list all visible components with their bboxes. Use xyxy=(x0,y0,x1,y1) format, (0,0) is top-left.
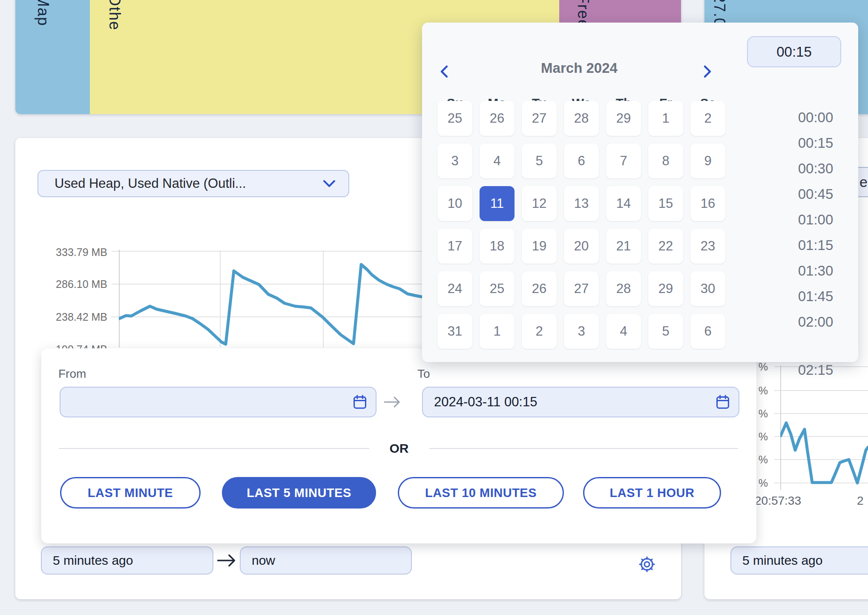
day-cell-26[interactable]: 26 xyxy=(480,101,514,136)
day-cell-28[interactable]: 28 xyxy=(564,101,599,136)
day-cell-22[interactable]: 22 xyxy=(648,229,683,264)
day-cell-12[interactable]: 12 xyxy=(522,186,557,221)
day-cell-25[interactable]: 25 xyxy=(437,101,472,136)
day-cell-30[interactable]: 30 xyxy=(690,271,725,306)
from-label: From xyxy=(58,367,86,381)
day-cell-29[interactable]: 29 xyxy=(606,101,641,136)
gridline xyxy=(774,390,868,391)
time-option-00:00[interactable]: 00:00 xyxy=(769,109,862,126)
cpu-usage-line xyxy=(780,405,868,488)
metric-select-dropdown[interactable]: Used Heap, Used Native (Outli... xyxy=(37,170,349,197)
day-cell-17[interactable]: 17 xyxy=(437,229,472,264)
day-cell-25[interactable]: 25 xyxy=(480,271,514,306)
day-cell-31[interactable]: 31 xyxy=(437,314,472,349)
bar-segment-mapped[interactable] xyxy=(15,0,90,114)
day-cell-15[interactable]: 15 xyxy=(648,186,683,221)
day-cell-21[interactable]: 21 xyxy=(606,229,641,264)
chevron-left-icon[interactable] xyxy=(438,64,450,79)
cpu-chart-x-tick: 20:57:33 xyxy=(755,494,801,508)
cpu-chart-x-tick-partial: 2 xyxy=(857,494,864,508)
bar-segment-label: Othe xyxy=(106,0,124,31)
to-label: To xyxy=(417,367,430,381)
memory-y-tick: 238.42 MB xyxy=(39,311,107,323)
time-option-00:15[interactable]: 00:15 xyxy=(769,135,862,151)
from-date-value[interactable] xyxy=(72,395,365,409)
arrow-right-icon xyxy=(382,394,401,410)
day-cell-6[interactable]: 6 xyxy=(690,314,725,349)
day-cell-5[interactable]: 5 xyxy=(522,144,557,178)
memory-usage-line xyxy=(119,239,422,348)
day-cell-6[interactable]: 6 xyxy=(564,144,599,178)
day-cell-4[interactable]: 4 xyxy=(606,314,641,349)
day-cell-26[interactable]: 26 xyxy=(522,271,557,306)
day-cell-8[interactable]: 8 xyxy=(648,144,683,178)
metric-select-label: Used Heap, Used Native (Outli... xyxy=(55,176,323,191)
time-option-02:00[interactable]: 02:00 xyxy=(769,314,862,330)
day-cell-4[interactable]: 4 xyxy=(480,144,514,178)
day-cell-3[interactable]: 3 xyxy=(564,314,599,349)
day-cell-2[interactable]: 2 xyxy=(690,101,725,136)
day-cell-23[interactable]: 23 xyxy=(690,229,725,264)
last-5-minutes-button[interactable]: LAST 5 MINUTES xyxy=(222,477,376,509)
time-input[interactable] xyxy=(747,36,841,67)
day-cell-16[interactable]: 16 xyxy=(690,186,725,221)
day-cell-7[interactable]: 7 xyxy=(606,144,641,178)
quick-from-value: 5 minutes ago xyxy=(53,553,133,568)
time-option-clipped-wrap: 02:15 xyxy=(743,362,868,379)
day-cell-13[interactable]: 13 xyxy=(564,186,599,221)
month-title: March 2024 xyxy=(494,60,664,76)
time-option-01:00[interactable]: 01:00 xyxy=(769,212,862,228)
divider xyxy=(429,448,738,449)
time-option-00:45[interactable]: 00:45 xyxy=(769,186,862,202)
last-1-hour-button[interactable]: LAST 1 HOUR xyxy=(583,477,721,509)
right-quick-from-value: 5 minutes ago xyxy=(742,553,822,568)
day-cell-9[interactable]: 9 xyxy=(690,144,725,178)
quick-from-input[interactable]: 5 minutes ago xyxy=(41,546,213,575)
to-date-input[interactable] xyxy=(422,387,739,417)
day-cell-27[interactable]: 27 xyxy=(522,101,557,136)
quick-to-input[interactable]: now xyxy=(240,546,412,575)
gear-icon[interactable] xyxy=(638,555,656,574)
chevron-down-icon xyxy=(323,180,336,187)
last-minute-button[interactable]: LAST MINUTE xyxy=(60,477,201,509)
divider xyxy=(59,448,369,449)
day-cell-10[interactable]: 10 xyxy=(437,186,472,221)
memory-y-tick: 333.79 MB xyxy=(39,246,107,259)
chevron-right-icon[interactable] xyxy=(701,64,713,79)
quick-to-value: now xyxy=(252,553,275,568)
time-option-01:30[interactable]: 01:30 xyxy=(769,263,862,279)
day-cell-14[interactable]: 14 xyxy=(606,186,641,221)
day-cell-19[interactable]: 19 xyxy=(522,229,557,264)
memory-y-tick: 286.10 MB xyxy=(39,278,107,290)
day-cell-29[interactable]: 29 xyxy=(648,271,683,306)
time-option-01:15[interactable]: 01:15 xyxy=(769,237,862,253)
day-cell-18[interactable]: 18 xyxy=(480,229,514,264)
right-quick-from-input[interactable]: 5 minutes ago xyxy=(730,546,868,575)
from-date-input[interactable] xyxy=(60,387,377,417)
arrow-right-icon xyxy=(216,553,237,568)
time-option-partial[interactable]: 02:15 xyxy=(769,362,862,378)
bar-segment-label: Map xyxy=(34,0,52,26)
monitoring-dashboard: Map Othe Free 27.0 Used Heap, Used Nativ… xyxy=(0,0,868,615)
day-cell-20[interactable]: 20 xyxy=(564,229,599,264)
date-time-picker-popup: March 2024 SuMoTuWeThFrSa 25262728291234… xyxy=(422,23,858,362)
last-10-minutes-button[interactable]: LAST 10 MINUTES xyxy=(398,477,564,509)
time-option-00:30[interactable]: 00:30 xyxy=(769,161,862,177)
day-cell-24[interactable]: 24 xyxy=(437,271,472,306)
to-date-value[interactable] xyxy=(434,394,727,410)
calendar-icon[interactable] xyxy=(715,394,731,411)
time-range-panel: From To OR LAST MINUTE LAST 5 MINUT xyxy=(41,348,756,543)
day-cell-1[interactable]: 1 xyxy=(648,101,683,136)
or-label: OR xyxy=(390,441,409,456)
day-cell-27[interactable]: 27 xyxy=(564,271,599,306)
day-cell-2[interactable]: 2 xyxy=(522,314,557,349)
day-cell-28[interactable]: 28 xyxy=(606,271,641,306)
day-cell-11[interactable]: 11 xyxy=(480,186,514,221)
day-cell-5[interactable]: 5 xyxy=(648,314,683,349)
day-cell-1[interactable]: 1 xyxy=(480,314,514,349)
time-option-01:45[interactable]: 01:45 xyxy=(769,288,862,305)
day-cell-3[interactable]: 3 xyxy=(437,144,472,178)
calendar-icon[interactable] xyxy=(352,394,368,411)
